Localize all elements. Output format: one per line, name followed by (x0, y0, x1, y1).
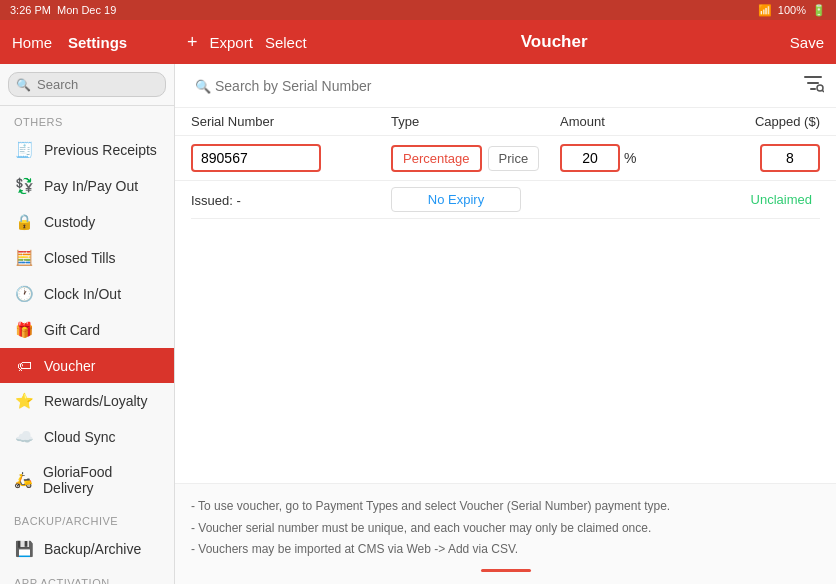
header-center-group: + Export Select Voucher (187, 32, 790, 53)
sidebar-item-label: Previous Receipts (44, 142, 157, 158)
divider (191, 218, 820, 219)
content-search-wrap: 🔍 (187, 74, 794, 98)
percent-sign: % (624, 150, 636, 166)
status-bar-right: 📶 100% 🔋 (758, 4, 826, 17)
capped-input[interactable] (760, 144, 820, 172)
sidebar-item-label: Voucher (44, 358, 95, 374)
expiry-button[interactable]: No Expiry (391, 187, 521, 212)
serial-number-cell (191, 144, 391, 172)
status-time: 3:26 PM (10, 4, 51, 16)
content-search-icon: 🔍 (195, 78, 211, 93)
table-header: Serial Number Type Amount Capped ($) (175, 108, 836, 136)
footer-notes: - To use voucher, go to Payment Types an… (175, 483, 836, 584)
issued-label: Issued: - (191, 192, 391, 208)
sidebar-item-cloud-sync[interactable]: ☁️ Cloud Sync (0, 419, 174, 455)
table-row: Percentage Price % (175, 136, 836, 181)
col-header-serial: Serial Number (191, 114, 391, 129)
sidebar-item-label: Rewards/Loyalty (44, 393, 148, 409)
pay-icon: 💱 (14, 177, 34, 195)
serial-number-search-input[interactable] (187, 74, 794, 98)
sidebar: 🔍 OTHERS 🧾 Previous Receipts 💱 Pay In/Pa… (0, 64, 175, 584)
cloud-icon: ☁️ (14, 428, 34, 446)
gift-icon: 🎁 (14, 321, 34, 339)
sidebar-item-label: Gift Card (44, 322, 100, 338)
issued-row: Issued: - No Expiry Unclaimed (175, 181, 836, 218)
page-title: Voucher (319, 32, 790, 52)
amount-cell: % (560, 144, 690, 172)
amount-input[interactable] (560, 144, 620, 172)
sidebar-search-icon: 🔍 (16, 78, 31, 92)
sidebar-item-label: Closed Tills (44, 250, 116, 266)
capped-cell (690, 144, 820, 172)
sidebar-item-label: Clock In/Out (44, 286, 121, 302)
sidebar-search-input[interactable] (8, 72, 166, 97)
sidebar-item-previous-receipts[interactable]: 🧾 Previous Receipts (0, 132, 174, 168)
sidebar-item-rewards-loyalty[interactable]: ⭐ Rewards/Loyalty (0, 383, 174, 419)
svg-rect-2 (810, 88, 816, 90)
type-price-button[interactable]: Price (488, 146, 540, 171)
status-bar: 3:26 PM Mon Dec 19 📶 100% 🔋 (0, 0, 836, 20)
sidebar-item-closed-tills[interactable]: 🧮 Closed Tills (0, 240, 174, 276)
sidebar-section-label-activation: APP ACTIVATION (0, 567, 174, 584)
type-cell: Percentage Price (391, 145, 560, 172)
footer-note-2: - Voucher serial number must be unique, … (191, 518, 820, 540)
svg-rect-0 (804, 76, 822, 78)
wifi-icon: 📶 (758, 4, 772, 17)
receipt-icon: 🧾 (14, 141, 34, 159)
rewards-icon: ⭐ (14, 392, 34, 410)
main-layout: 🔍 OTHERS 🧾 Previous Receipts 💱 Pay In/Pa… (0, 64, 836, 584)
sidebar-item-gloriafood[interactable]: 🛵 GloriaFood Delivery (0, 455, 174, 505)
sidebar-item-label: GloriaFood Delivery (43, 464, 160, 496)
sidebar-item-pay-in-out[interactable]: 💱 Pay In/Pay Out (0, 168, 174, 204)
col-header-capped: Capped ($) (690, 114, 820, 129)
sidebar-item-clock-in-out[interactable]: 🕐 Clock In/Out (0, 276, 174, 312)
sidebar-item-voucher[interactable]: 🏷 Voucher (0, 348, 174, 383)
svg-line-4 (822, 90, 824, 92)
content-area: 🔍 Serial Number Type Amount Capped ($) (175, 64, 836, 584)
clock-icon: 🕐 (14, 285, 34, 303)
expiry-cell: No Expiry (391, 187, 560, 212)
sidebar-item-gift-card[interactable]: 🎁 Gift Card (0, 312, 174, 348)
backup-icon: 💾 (14, 540, 34, 558)
status-badge: Unclaimed (690, 192, 820, 207)
svg-rect-1 (807, 82, 819, 84)
home-button[interactable]: Home (12, 34, 52, 51)
sidebar-section-activation: APP ACTIVATION 📱 Activation/Restore (0, 567, 174, 584)
sidebar-section-label-backup: BACKUP/ARCHIVE (0, 505, 174, 531)
serial-number-input[interactable] (191, 144, 321, 172)
footer-accent-line (481, 569, 531, 572)
header-left: Home Settings (12, 34, 187, 51)
sidebar-section-label-others: OTHERS (0, 106, 174, 132)
header: Home Settings + Export Select Voucher Sa… (0, 20, 836, 64)
sidebar-search-container: 🔍 (0, 64, 174, 106)
issued-text: Issued: - (191, 193, 241, 208)
sidebar-item-label: Custody (44, 214, 95, 230)
svg-point-3 (817, 85, 823, 91)
select-button[interactable]: Select (265, 34, 307, 51)
tills-icon: 🧮 (14, 249, 34, 267)
status-bar-left: 3:26 PM Mon Dec 19 (10, 4, 116, 16)
sidebar-item-label: Backup/Archive (44, 541, 141, 557)
export-button[interactable]: Export (210, 34, 253, 51)
footer-note-3: - Vouchers may be imported at CMS via We… (191, 539, 820, 561)
save-button[interactable]: Save (790, 34, 824, 51)
delivery-icon: 🛵 (14, 471, 33, 489)
sidebar-item-custody[interactable]: 🔒 Custody (0, 204, 174, 240)
filter-button[interactable] (802, 72, 824, 99)
battery-icon: 🔋 (812, 4, 826, 17)
content-search-bar: 🔍 (175, 64, 836, 108)
sidebar-item-label: Pay In/Pay Out (44, 178, 138, 194)
status-cell: Unclaimed (690, 192, 820, 207)
custody-icon: 🔒 (14, 213, 34, 231)
sidebar-section-others: OTHERS 🧾 Previous Receipts 💱 Pay In/Pay … (0, 106, 174, 505)
status-date: Mon Dec 19 (57, 4, 116, 16)
footer-note-1: - To use voucher, go to Payment Types an… (191, 496, 820, 518)
add-button[interactable]: + (187, 32, 198, 53)
col-header-amount: Amount (560, 114, 690, 129)
sidebar-search-wrap: 🔍 (8, 72, 166, 97)
sidebar-section-backup: BACKUP/ARCHIVE 💾 Backup/Archive (0, 505, 174, 567)
sidebar-item-backup-archive[interactable]: 💾 Backup/Archive (0, 531, 174, 567)
col-header-type: Type (391, 114, 560, 129)
settings-button[interactable]: Settings (68, 34, 127, 51)
type-percentage-button[interactable]: Percentage (391, 145, 482, 172)
